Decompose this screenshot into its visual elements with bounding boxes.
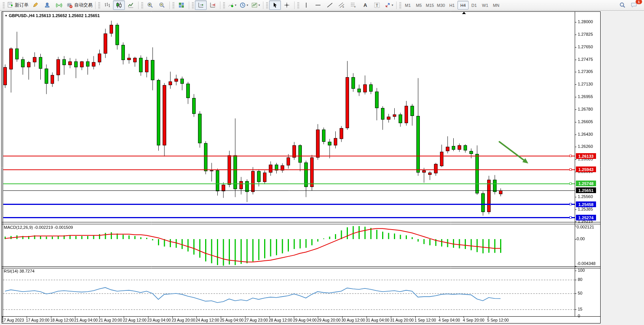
price-axis-label: 1.26430 (578, 132, 593, 136)
candles-icon (116, 2, 122, 8)
toolbar-grip (3, 2, 5, 9)
price-axis-label: 1.28000 (578, 19, 593, 24)
timeframe-m1-button[interactable]: M1 (402, 1, 413, 10)
time-axis-label: 21 Aug 04:00 (74, 318, 98, 322)
chart-candles-button[interactable] (113, 0, 125, 10)
vline-icon (303, 2, 309, 8)
time-axis-label: 23 Aug 20:00 (172, 318, 195, 322)
tile-windows-button[interactable] (175, 0, 187, 10)
crosshair-icon (284, 2, 290, 8)
toolbar-separator (95, 2, 96, 9)
time-axis-label: 28 Aug 12:00 (269, 318, 292, 322)
horizontal-line-button[interactable] (312, 0, 324, 10)
price-axis-label: 1.26955 (578, 94, 593, 99)
search-icon (619, 2, 626, 8)
one-click-trading-arrow[interactable]: ▼ (5, 14, 8, 17)
arrows-icon (384, 2, 391, 8)
timeframe-h4-button[interactable]: H4 (457, 1, 469, 10)
timeframe-h1-button[interactable]: H1 (446, 1, 457, 10)
dropdown-arrow-icon[interactable]: ▾ (258, 3, 260, 7)
bars-icon (104, 2, 110, 8)
algo-trading-button[interactable]: 自动交易 (65, 0, 94, 10)
textA-icon: A (362, 2, 368, 8)
crosshair-button[interactable] (281, 0, 293, 10)
timeframe-m5-button[interactable]: M5 (413, 1, 424, 10)
time-axis-label: 29 Aug 04:00 (293, 318, 317, 322)
new-order-button[interactable]: 新订单 (6, 0, 30, 10)
macd-axis-label: -0.004348 (577, 261, 596, 266)
notification-badge: 1 (636, 0, 642, 4)
toolbar-grip (141, 2, 143, 9)
chart-shift-button[interactable] (207, 0, 218, 10)
price-axis-label: 1.27475 (578, 57, 593, 62)
fibonacci-button[interactable]: F (348, 0, 359, 10)
equidistant-channel-button[interactable]: E (336, 0, 348, 10)
chartshift-icon (209, 2, 216, 8)
zoom-out-button[interactable] (156, 0, 168, 10)
robot-red-icon (66, 2, 73, 8)
autoscroll-icon (198, 2, 204, 8)
time-axis-label: 25 Aug 04:00 (220, 318, 244, 322)
arrows-button[interactable]: ▾ (383, 0, 395, 10)
macd-axis-label: 0.002121 (577, 225, 594, 229)
trendline-button[interactable] (324, 0, 336, 10)
text-label-button[interactable]: T (371, 0, 383, 10)
time-axis-label: 30 Aug 12:00 (341, 318, 365, 322)
timeframe-mn-button[interactable]: MN (491, 1, 502, 10)
dropdown-arrow-icon[interactable]: ▾ (247, 3, 248, 7)
toolbar: 新订单自动交易▾▾▾EFAT▾M1M5M15M30H1H4D1W1MN1 (0, 0, 644, 11)
rsi-axis-label: 0 (578, 314, 580, 318)
person-blue-icon (44, 2, 51, 8)
price-axis-label: 1.26605 (578, 119, 593, 124)
svg-text:E: E (343, 6, 344, 8)
indicator-plus-icon (228, 2, 234, 8)
price-axis-label: 1.27825 (578, 32, 593, 36)
channel-icon: E (338, 2, 345, 8)
algo-trading-label: 自动交易 (74, 2, 92, 8)
mt4-application: 新订单自动交易▾▾▾EFAT▾M1M5M15M30H1H4D1W1MN1 ▼ G… (0, 0, 644, 325)
notifications-button[interactable]: 1 (628, 0, 640, 10)
indicators-button[interactable]: ▾ (226, 0, 238, 10)
chart-canvas[interactable] (0, 0, 644, 325)
dropdown-arrow-icon[interactable]: ▾ (392, 3, 393, 7)
price-line-box: 1.26133 (576, 153, 596, 159)
chart-line-button[interactable] (125, 0, 137, 10)
search-button[interactable] (617, 0, 628, 10)
time-axis-label: 22 Aug 12:00 (123, 318, 147, 322)
rsi-axis-label: 50 (578, 291, 582, 295)
timeframe-w1-button[interactable]: W1 (480, 1, 491, 10)
chart-title: GBPUSD-,H4 1.25613 1.25652 1.25602 1.256… (9, 13, 100, 18)
price-axis-label: 1.25385 (578, 207, 593, 211)
signals-button[interactable] (53, 0, 65, 10)
timeframe-d1-button[interactable]: D1 (469, 1, 480, 10)
zoom-out-icon (159, 2, 165, 8)
textT-icon: T (374, 2, 380, 8)
signal-green-icon (56, 2, 62, 8)
price-line-box: 1.25943 (576, 166, 596, 172)
metaeditor-button[interactable] (30, 0, 41, 10)
rsi-axis-label: 100 (578, 268, 585, 273)
macd-axis-label: 0.00 (577, 236, 585, 241)
vertical-line-button[interactable] (300, 0, 312, 10)
text-button[interactable]: A (359, 0, 371, 10)
timeframe-m30-button[interactable]: M30 (435, 1, 446, 10)
toolbar-separator (263, 2, 263, 9)
auto-scroll-button[interactable] (195, 0, 207, 10)
cursor-button[interactable] (269, 0, 281, 10)
toolbar-grip (223, 2, 225, 9)
toolbar-separator (396, 2, 397, 9)
templates-button[interactable]: ▾ (250, 0, 261, 10)
community-button[interactable] (41, 0, 53, 10)
time-axis-label: 24 Aug 12:00 (196, 318, 219, 322)
toolbar-grip (172, 2, 174, 9)
dropdown-arrow-icon[interactable]: ▾ (235, 3, 236, 7)
toolbar-separator (189, 2, 189, 9)
time-axis-label: 31 Aug 20:00 (390, 318, 414, 322)
linechart-icon (128, 2, 134, 8)
toolbar-grip (297, 2, 299, 9)
toolbar-grip (399, 2, 401, 9)
periods-button[interactable]: ▾ (238, 0, 250, 10)
chart-bars-button[interactable] (101, 0, 113, 10)
zoom-in-button[interactable] (144, 0, 156, 10)
timeframe-m15-button[interactable]: M15 (424, 1, 435, 10)
